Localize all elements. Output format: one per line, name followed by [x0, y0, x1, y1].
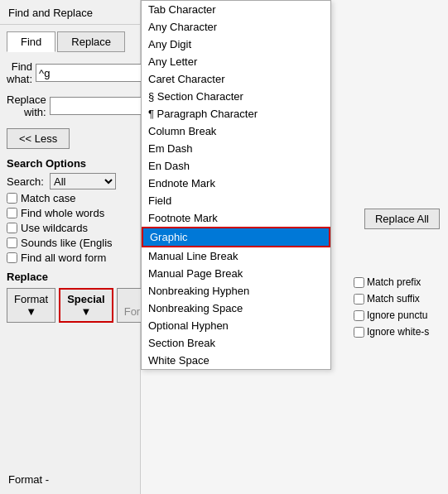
match-suffix-label: Match suffix	[367, 293, 420, 305]
dropdown-item-2[interactable]: Any Digit	[142, 36, 330, 53]
replace-with-row: Replace with:	[7, 94, 133, 118]
ignore-whitespace-label: Ignore white-s	[367, 326, 429, 338]
use-wildcards-checkbox[interactable]	[7, 223, 17, 233]
match-case-checkbox[interactable]	[7, 193, 17, 204]
tab-replace[interactable]: Replace	[57, 31, 125, 52]
less-button[interactable]: << Less	[7, 128, 70, 149]
find-all-word-checkbox[interactable]	[7, 252, 17, 263]
special-button[interactable]: Special ▼	[59, 288, 113, 323]
checkbox-find-whole-words: Find whole words	[7, 207, 133, 219]
dialog-panel: Find and Replace Find Replace Find what:…	[0, 0, 141, 494]
dropdown-item-17[interactable]: Nonbreaking Space	[142, 300, 330, 317]
dropdown-item-7[interactable]: Column Break	[142, 122, 330, 140]
dropdown-item-0[interactable]: Tab Character	[142, 1, 330, 18]
match-case-label: Match case	[21, 192, 75, 204]
dropdown-item-19[interactable]: Section Break	[142, 334, 330, 352]
dropdown-item-9[interactable]: En Dash	[142, 157, 330, 175]
match-prefix-checkbox[interactable]	[354, 277, 364, 288]
dropdown-item-1[interactable]: Any Character	[142, 18, 330, 36]
find-whole-words-label: Find whole words	[21, 207, 104, 219]
ignore-whitespace-row: Ignore white-s	[354, 326, 443, 338]
dropdown-item-20[interactable]: White Space	[142, 352, 330, 369]
dropdown-item-4[interactable]: Caret Character	[142, 70, 330, 88]
ignore-punctuation-checkbox[interactable]	[354, 310, 364, 321]
match-suffix-checkbox[interactable]	[354, 294, 364, 305]
format-button[interactable]: Format ▼	[7, 288, 55, 323]
dropdown-item-11[interactable]: Field	[142, 192, 330, 209]
tabs-row: Find Replace	[7, 31, 133, 52]
search-row: Search: All	[7, 173, 133, 189]
ignore-punctuation-label: Ignore punctu	[367, 309, 427, 321]
dropdown-item-6[interactable]: ¶ Paragraph Character	[142, 105, 330, 122]
search-label: Search:	[7, 175, 46, 188]
ignore-whitespace-checkbox[interactable]	[354, 327, 364, 338]
match-prefix-row: Match prefix	[354, 276, 443, 288]
find-all-word-label: Find all word form	[21, 252, 106, 264]
right-checkboxes: Match prefix Match suffix Ignore punctu …	[349, 273, 448, 341]
replace-with-label: Replace with:	[7, 94, 46, 118]
search-options-label: Search Options	[7, 157, 133, 170]
find-what-row: Find what:	[7, 60, 133, 85]
use-wildcards-label: Use wildcards	[21, 222, 88, 234]
checkbox-use-wildcards: Use wildcards	[7, 222, 133, 234]
dropdown-item-12[interactable]: Footnote Mark	[142, 209, 330, 227]
dropdown-item-16[interactable]: Nonbreaking Hyphen	[142, 282, 330, 300]
replace-section-label: Replace	[7, 271, 133, 283]
sounds-like-label: Sounds like (Englis	[21, 237, 113, 249]
dialog-title: Find and Replace	[0, 0, 140, 25]
match-prefix-label: Match prefix	[367, 276, 421, 288]
bottom-buttons: Format ▼ Special ▼ No Formatting	[7, 288, 133, 323]
checkbox-match-case: Match case	[7, 192, 133, 204]
checkbox-find-all-word: Find all word form	[7, 252, 133, 264]
find-what-label: Find what:	[7, 60, 32, 85]
dropdown-item-14[interactable]: Manual Line Break	[142, 247, 330, 265]
dropdown-item-3[interactable]: Any Letter	[142, 53, 330, 70]
tab-find[interactable]: Find	[7, 31, 55, 52]
search-select[interactable]: All	[50, 173, 116, 189]
match-suffix-row: Match suffix	[354, 293, 443, 305]
dropdown-item-13[interactable]: Graphic	[142, 227, 330, 247]
find-whole-words-checkbox[interactable]	[7, 208, 17, 218]
format-display: Format -	[0, 473, 49, 486]
dropdown-item-15[interactable]: Manual Page Break	[142, 265, 330, 282]
dropdown-item-8[interactable]: Em Dash	[142, 140, 330, 157]
replace-all-button[interactable]: Replace All	[364, 209, 440, 229]
checkbox-sounds-like: Sounds like (Englis	[7, 237, 133, 249]
dropdown-item-5[interactable]: § Section Character	[142, 88, 330, 105]
sounds-like-checkbox[interactable]	[7, 237, 17, 248]
special-dropdown: Tab CharacterAny CharacterAny DigitAny L…	[141, 0, 331, 370]
dropdown-item-10[interactable]: Endnote Mark	[142, 175, 330, 192]
dropdown-item-18[interactable]: Optional Hyphen	[142, 317, 330, 334]
ignore-punctuation-row: Ignore punctu	[354, 309, 443, 321]
